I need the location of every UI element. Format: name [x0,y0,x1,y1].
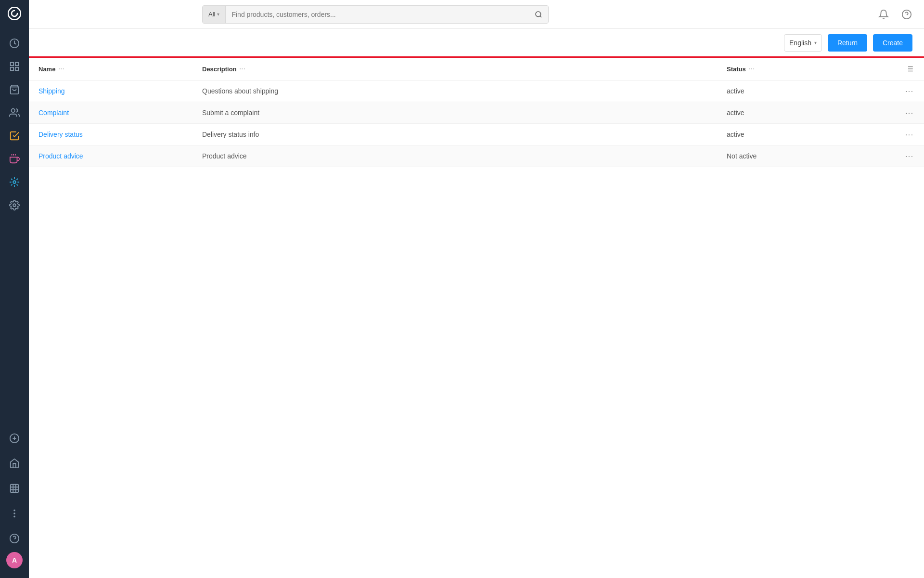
svg-point-17 [14,510,15,511]
search-input[interactable] [226,6,529,23]
marketing-icon[interactable] [5,149,24,169]
column-name-label: Name [38,66,55,73]
row-name-link[interactable]: Product advice [38,152,83,160]
create-button[interactable]: Create [873,34,912,52]
integrations-icon[interactable] [5,172,24,192]
subheader: English ▾ Return Create [29,29,924,58]
svg-rect-4 [11,67,13,70]
row-status-text: Not active [727,152,757,160]
row-extra-cell [857,102,895,124]
svg-point-11 [13,181,16,184]
row-status-text: active [727,131,744,138]
logo[interactable] [6,5,23,22]
row-description-text: Product advice [202,152,247,160]
row-status-cell: active [717,102,857,124]
row-name-cell: Shipping [29,80,192,102]
language-chevron-icon: ▾ [814,40,817,45]
shop-icon[interactable] [5,454,24,473]
row-actions-button[interactable]: ··· [895,145,924,167]
column-header-description[interactable]: Description ··· [192,58,717,80]
row-extra-cell [857,80,895,102]
row-name-link[interactable]: Shipping [38,87,65,95]
svg-point-7 [12,109,15,112]
content-area: Name ··· Description ··· Status ·· [29,58,924,578]
column-description-options-icon[interactable]: ··· [240,66,246,72]
orders-icon[interactable] [5,57,24,76]
topbar: All ▾ [29,0,924,29]
column-header-name[interactable]: Name ··· [29,58,192,80]
sidebar: A [0,0,29,578]
row-actions-button[interactable]: ··· [895,80,924,102]
filter-label: All [208,11,215,18]
bag-icon[interactable] [5,80,24,99]
language-selector[interactable]: English ▾ [784,34,822,52]
topbar-right [876,7,914,22]
row-actions-button[interactable]: ··· [895,102,924,124]
table-row: Delivery status Delivery status info act… [29,124,924,145]
avatar[interactable]: A [6,552,23,568]
svg-rect-5 [15,67,18,70]
reports-icon[interactable] [5,126,24,145]
filter-chevron-icon: ▾ [217,12,219,17]
help-icon[interactable] [5,529,24,548]
row-status-text: active [727,109,744,117]
column-status-label: Status [727,66,746,73]
svg-rect-2 [11,63,13,66]
table-row: Complaint Submit a complaint active ··· [29,102,924,124]
column-header-extra [857,58,895,80]
row-name-cell: Delivery status [29,124,192,145]
row-description-cell: Delivery status info [192,124,717,145]
column-name-options-icon[interactable]: ··· [58,66,64,72]
column-description-label: Description [202,66,237,73]
svg-line-23 [540,16,541,17]
categories-table: Name ··· Description ··· Status ·· [29,58,924,167]
row-description-cell: Questions about shipping [192,80,717,102]
row-description-cell: Product advice [192,145,717,167]
row-status-cell: active [717,80,857,102]
svg-point-22 [536,12,541,17]
row-name-cell: Product advice [29,145,192,167]
return-button[interactable]: Return [828,34,867,52]
row-description-text: Submit a complaint [202,109,259,117]
settings-icon[interactable] [5,196,24,215]
table-header-row: Name ··· Description ··· Status ·· [29,58,924,80]
main-content: All ▾ [29,0,924,578]
svg-point-0 [8,7,21,20]
column-header-settings[interactable] [895,58,924,80]
column-header-status[interactable]: Status ··· [717,58,857,80]
row-extra-cell [857,124,895,145]
row-actions-button[interactable]: ··· [895,124,924,145]
search-button[interactable] [529,6,548,23]
row-status-cell: active [717,124,857,145]
customers-icon[interactable] [5,103,24,122]
row-description-cell: Submit a complaint [192,102,717,124]
analytics-icon[interactable] [5,479,24,498]
row-extra-cell [857,145,895,167]
row-status-text: active [727,87,744,95]
add-icon[interactable] [5,429,24,448]
row-name-cell: Complaint [29,102,192,124]
svg-point-18 [14,513,15,514]
help-circle-icon[interactable] [899,7,914,22]
svg-point-19 [14,516,15,517]
notification-icon[interactable] [876,7,891,22]
svg-rect-3 [15,63,18,66]
svg-point-12 [13,204,16,207]
dashboard-icon[interactable] [5,34,24,53]
language-label: English [789,39,811,47]
more-icon[interactable] [5,504,24,523]
row-name-link[interactable]: Complaint [38,109,69,117]
row-description-text: Questions about shipping [202,87,278,95]
search-filter-button[interactable]: All ▾ [203,6,226,23]
column-status-options-icon[interactable]: ··· [749,66,755,72]
table-row: Product advice Product advice Not active… [29,145,924,167]
svg-rect-16 [11,485,19,493]
table-row: Shipping Questions about shipping active… [29,80,924,102]
row-status-cell: Not active [717,145,857,167]
row-name-link[interactable]: Delivery status [38,131,83,138]
row-description-text: Delivery status info [202,131,259,138]
search-container: All ▾ [202,5,549,24]
